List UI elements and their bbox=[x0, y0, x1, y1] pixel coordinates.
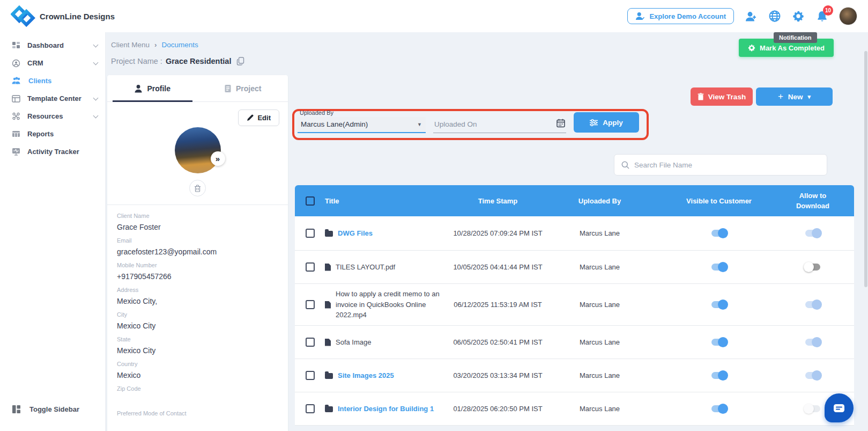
row-checkbox[interactable] bbox=[306, 371, 315, 380]
timestamp: 03/20/2025 03:13:34 PM IST bbox=[448, 371, 547, 379]
reports-icon bbox=[12, 130, 20, 137]
activity-tracker-icon bbox=[12, 148, 20, 156]
column-timestamp: Time Stamp bbox=[448, 197, 547, 205]
sidebar-item-dashboard[interactable]: Dashboard bbox=[0, 36, 105, 54]
visible-to-customer-toggle[interactable] bbox=[711, 339, 726, 346]
table-header: Title Time Stamp Uploaded By Visible to … bbox=[295, 185, 854, 216]
project-name-value: Grace Residential bbox=[166, 57, 232, 65]
view-trash-button[interactable]: View Trash bbox=[691, 87, 753, 106]
edit-button[interactable]: Edit bbox=[238, 109, 279, 126]
field-label: Email bbox=[117, 237, 278, 244]
field-value: +917905457266 bbox=[117, 272, 278, 281]
explore-demo-account-button[interactable]: Explore Demo Account bbox=[627, 8, 734, 24]
uploaded-by: Marcus Lane bbox=[547, 301, 652, 309]
file-title[interactable]: How to apply a credit memo to an invoice… bbox=[336, 289, 440, 320]
row-checkbox[interactable] bbox=[306, 404, 315, 413]
select-all-checkbox[interactable] bbox=[306, 196, 315, 206]
uploaded-by: Marcus Lane bbox=[547, 229, 652, 237]
new-button[interactable]: + New ▾ bbox=[756, 87, 833, 106]
file-title[interactable]: Sofa Image bbox=[336, 337, 372, 348]
user-avatar[interactable] bbox=[839, 7, 857, 25]
breadcrumb-documents[interactable]: Documents bbox=[162, 41, 198, 49]
item-type-icon bbox=[325, 339, 331, 346]
apply-filter-button[interactable]: Apply bbox=[574, 112, 639, 133]
client-detail-fields: Client NameGrace Foster Emailgracefoster… bbox=[107, 205, 288, 429]
visible-to-customer-toggle[interactable] bbox=[711, 405, 726, 412]
expand-photo-button[interactable]: » bbox=[211, 151, 225, 166]
plus-icon: + bbox=[778, 91, 783, 102]
column-title: Title bbox=[325, 197, 448, 205]
table-row: How to apply a credit memo to an invoice… bbox=[295, 284, 854, 326]
tab-profile[interactable]: Profile bbox=[107, 75, 198, 101]
uploaded-by-select[interactable]: Marcus Lane(Admin) ▼ bbox=[298, 117, 426, 133]
copy-icon[interactable] bbox=[236, 57, 244, 65]
uploaded-on-input[interactable] bbox=[434, 120, 552, 128]
table-row: Sofa Image 06/05/2025 02:50:41 PM IST Ma… bbox=[295, 326, 854, 359]
person-icon bbox=[134, 84, 143, 93]
file-title[interactable]: DWG Files bbox=[338, 228, 373, 239]
row-checkbox[interactable] bbox=[306, 300, 315, 309]
chat-widget-button[interactable] bbox=[825, 393, 854, 422]
tab-project[interactable]: Project bbox=[198, 75, 288, 101]
visible-to-customer-toggle[interactable] bbox=[711, 230, 726, 237]
allow-to-download-toggle[interactable] bbox=[805, 264, 820, 271]
toggle-sidebar-button[interactable]: Toggle Sidebar bbox=[0, 405, 105, 414]
client-photo: » bbox=[175, 127, 221, 173]
resources-icon bbox=[12, 112, 20, 121]
settings-gear-icon[interactable] bbox=[792, 10, 805, 23]
field-value: Grace Foster bbox=[117, 223, 278, 231]
sidebar-item-resources[interactable]: Resources bbox=[0, 107, 105, 125]
notification-count-badge: 10 bbox=[823, 5, 833, 16]
allow-to-download-toggle[interactable] bbox=[805, 230, 820, 237]
allow-to-download-toggle[interactable] bbox=[805, 372, 820, 379]
breadcrumb-client-menu[interactable]: Client Menu bbox=[111, 41, 150, 49]
field-label: City bbox=[117, 311, 278, 318]
uploaded-by: Marcus Lane bbox=[547, 338, 652, 346]
uploaded-by-label: Uploaded By bbox=[300, 109, 426, 116]
template-center-icon bbox=[12, 95, 20, 103]
row-checkbox[interactable] bbox=[306, 338, 315, 347]
uploaded-by: Marcus Lane bbox=[547, 371, 652, 379]
uploaded-by: Marcus Lane bbox=[547, 405, 652, 413]
file-title[interactable]: TILES LAYOUT.pdf bbox=[336, 262, 395, 273]
breadcrumb-separator-icon: › bbox=[154, 41, 157, 49]
search-input[interactable] bbox=[634, 161, 820, 169]
globe-icon[interactable] bbox=[768, 10, 781, 23]
visible-to-customer-toggle[interactable] bbox=[711, 372, 726, 379]
field-value: Mexico City, bbox=[117, 297, 278, 305]
file-title[interactable]: Site Images 2025 bbox=[338, 370, 394, 381]
page-scrollbar[interactable] bbox=[864, 51, 867, 287]
item-type-icon bbox=[325, 301, 331, 309]
notifications-bell-icon[interactable]: 10 bbox=[815, 10, 828, 23]
file-title[interactable]: Interior Design for Building 1 bbox=[338, 404, 434, 414]
delete-photo-button[interactable] bbox=[189, 180, 206, 196]
sidebar-item-crm[interactable]: CRM bbox=[0, 54, 105, 72]
visible-to-customer-toggle[interactable] bbox=[711, 264, 726, 271]
file-search-box bbox=[614, 154, 827, 176]
table-row: Site Images 2025 03/20/2025 03:13:34 PM … bbox=[295, 359, 854, 392]
allow-to-download-toggle[interactable] bbox=[805, 301, 820, 308]
visible-to-customer-toggle[interactable] bbox=[711, 301, 726, 308]
allow-to-download-toggle[interactable] bbox=[805, 405, 820, 412]
client-profile-card: Profile Project Edit » Client NameGrace … bbox=[107, 75, 288, 431]
allow-to-download-toggle[interactable] bbox=[805, 339, 820, 346]
add-user-icon[interactable] bbox=[745, 10, 758, 23]
brand-logo[interactable]: CrownLine Designs bbox=[11, 5, 115, 27]
chevron-down-icon bbox=[93, 113, 99, 118]
sidebar-item-clients[interactable]: Clients bbox=[0, 72, 105, 90]
field-value: Mexico City bbox=[117, 346, 278, 355]
toggle-sidebar-icon bbox=[12, 405, 21, 414]
chevron-down-icon bbox=[93, 42, 99, 47]
sidebar-item-template-center[interactable]: Template Center bbox=[0, 90, 105, 107]
row-checkbox[interactable] bbox=[306, 262, 315, 272]
table-row: TILES LAYOUT.pdf 10/05/2025 04:41:44 PM … bbox=[295, 251, 854, 284]
row-checkbox[interactable] bbox=[306, 229, 315, 238]
crownline-logo-icon bbox=[11, 5, 35, 27]
item-type-icon bbox=[325, 406, 333, 412]
item-type-icon bbox=[325, 373, 333, 379]
sidebar-item-activity-tracker[interactable]: Activity Tracker bbox=[0, 143, 105, 160]
calendar-icon[interactable] bbox=[557, 119, 565, 128]
field-label: Address bbox=[117, 287, 278, 293]
timestamp: 01/28/2025 06:20:50 PM IST bbox=[448, 405, 547, 413]
sidebar-item-reports[interactable]: Reports bbox=[0, 125, 105, 143]
